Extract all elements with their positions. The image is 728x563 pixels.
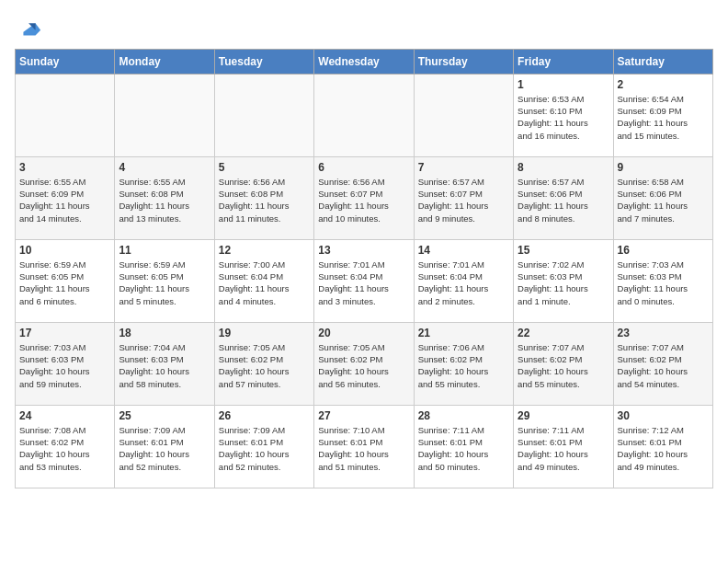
- day-cell: 12Sunrise: 7:00 AM Sunset: 6:04 PM Dayli…: [214, 239, 313, 322]
- day-info: Sunrise: 7:00 AM Sunset: 6:04 PM Dayligh…: [219, 259, 310, 307]
- day-cell: 19Sunrise: 7:05 AM Sunset: 6:02 PM Dayli…: [214, 322, 313, 405]
- day-number: 26: [219, 409, 310, 422]
- day-info: Sunrise: 6:57 AM Sunset: 6:07 PM Dayligh…: [418, 176, 509, 224]
- day-cell: 13Sunrise: 7:01 AM Sunset: 6:04 PM Dayli…: [314, 239, 414, 322]
- day-cell: 2Sunrise: 6:54 AM Sunset: 6:09 PM Daylig…: [613, 74, 712, 156]
- day-number: 1: [518, 78, 609, 91]
- day-number: 30: [618, 409, 709, 422]
- day-info: Sunrise: 6:54 AM Sunset: 6:09 PM Dayligh…: [618, 93, 709, 142]
- day-cell: 26Sunrise: 7:09 AM Sunset: 6:01 PM Dayli…: [214, 405, 313, 488]
- day-cell: 20Sunrise: 7:05 AM Sunset: 6:02 PM Dayli…: [314, 322, 414, 405]
- day-number: 5: [219, 161, 310, 174]
- day-info: Sunrise: 6:58 AM Sunset: 6:06 PM Dayligh…: [618, 176, 709, 224]
- day-number: 6: [318, 161, 409, 174]
- day-number: 12: [219, 244, 310, 257]
- day-number: 2: [618, 78, 709, 91]
- day-info: Sunrise: 7:03 AM Sunset: 6:03 PM Dayligh…: [618, 259, 709, 307]
- day-cell: 1Sunrise: 6:53 AM Sunset: 6:10 PM Daylig…: [514, 74, 613, 156]
- day-info: Sunrise: 7:12 AM Sunset: 6:01 PM Dayligh…: [618, 424, 709, 473]
- day-number: 19: [219, 327, 310, 339]
- day-info: Sunrise: 6:57 AM Sunset: 6:06 PM Dayligh…: [518, 176, 609, 224]
- day-info: Sunrise: 7:06 AM Sunset: 6:02 PM Dayligh…: [418, 341, 509, 390]
- day-number: 7: [418, 161, 509, 174]
- header-row: SundayMondayTuesdayWednesdayThursdayFrid…: [16, 49, 713, 74]
- logo-icon: [17, 15, 42, 40]
- day-cell: [16, 74, 115, 156]
- week-row-1: 1Sunrise: 6:53 AM Sunset: 6:10 PM Daylig…: [16, 74, 713, 156]
- day-number: 3: [19, 161, 110, 174]
- calendar-table: SundayMondayTuesdayWednesdayThursdayFrid…: [15, 49, 713, 488]
- week-row-4: 17Sunrise: 7:03 AM Sunset: 6:03 PM Dayli…: [16, 322, 713, 405]
- day-number: 17: [19, 327, 110, 339]
- day-number: 21: [418, 327, 509, 339]
- day-number: 13: [318, 244, 409, 257]
- day-info: Sunrise: 7:07 AM Sunset: 6:02 PM Dayligh…: [618, 341, 709, 390]
- day-info: Sunrise: 7:05 AM Sunset: 6:02 PM Dayligh…: [318, 341, 409, 390]
- day-cell: 18Sunrise: 7:04 AM Sunset: 6:03 PM Dayli…: [115, 322, 214, 405]
- day-cell: 17Sunrise: 7:03 AM Sunset: 6:03 PM Dayli…: [16, 322, 115, 405]
- day-cell: 7Sunrise: 6:57 AM Sunset: 6:07 PM Daylig…: [414, 156, 513, 239]
- day-cell: 4Sunrise: 6:55 AM Sunset: 6:08 PM Daylig…: [115, 156, 214, 239]
- day-cell: 16Sunrise: 7:03 AM Sunset: 6:03 PM Dayli…: [613, 239, 712, 322]
- day-number: 25: [119, 409, 210, 422]
- day-cell: 25Sunrise: 7:09 AM Sunset: 6:01 PM Dayli…: [115, 405, 214, 488]
- day-cell: 9Sunrise: 6:58 AM Sunset: 6:06 PM Daylig…: [613, 156, 712, 239]
- week-row-3: 10Sunrise: 6:59 AM Sunset: 6:05 PM Dayli…: [16, 239, 713, 322]
- day-cell: 27Sunrise: 7:10 AM Sunset: 6:01 PM Dayli…: [314, 405, 414, 488]
- day-number: 27: [318, 409, 409, 422]
- day-cell: 10Sunrise: 6:59 AM Sunset: 6:05 PM Dayli…: [16, 239, 115, 322]
- day-info: Sunrise: 7:01 AM Sunset: 6:04 PM Dayligh…: [418, 259, 509, 307]
- week-row-2: 3Sunrise: 6:55 AM Sunset: 6:09 PM Daylig…: [16, 156, 713, 239]
- day-number: 9: [618, 161, 709, 174]
- week-row-5: 24Sunrise: 7:08 AM Sunset: 6:02 PM Dayli…: [16, 405, 713, 488]
- day-info: Sunrise: 7:11 AM Sunset: 6:01 PM Dayligh…: [418, 424, 509, 473]
- day-info: Sunrise: 6:59 AM Sunset: 6:05 PM Dayligh…: [19, 259, 110, 307]
- day-info: Sunrise: 7:08 AM Sunset: 6:02 PM Dayligh…: [19, 424, 110, 473]
- day-cell: 24Sunrise: 7:08 AM Sunset: 6:02 PM Dayli…: [16, 405, 115, 488]
- day-info: Sunrise: 7:05 AM Sunset: 6:02 PM Dayligh…: [219, 341, 310, 390]
- col-header-thursday: Thursday: [414, 49, 513, 74]
- day-info: Sunrise: 6:56 AM Sunset: 6:07 PM Dayligh…: [318, 176, 409, 224]
- col-header-tuesday: Tuesday: [214, 49, 313, 74]
- day-number: 15: [518, 244, 609, 257]
- day-info: Sunrise: 7:03 AM Sunset: 6:03 PM Dayligh…: [19, 341, 110, 390]
- day-info: Sunrise: 6:55 AM Sunset: 6:08 PM Dayligh…: [119, 176, 210, 224]
- day-cell: 14Sunrise: 7:01 AM Sunset: 6:04 PM Dayli…: [414, 239, 513, 322]
- day-number: 18: [119, 327, 210, 339]
- day-number: 14: [418, 244, 509, 257]
- day-info: Sunrise: 7:02 AM Sunset: 6:03 PM Dayligh…: [518, 259, 609, 307]
- page-header: [15, 15, 713, 41]
- day-cell: 8Sunrise: 6:57 AM Sunset: 6:06 PM Daylig…: [514, 156, 613, 239]
- day-info: Sunrise: 6:55 AM Sunset: 6:09 PM Dayligh…: [19, 176, 110, 224]
- day-number: 16: [618, 244, 709, 257]
- col-header-sunday: Sunday: [16, 49, 115, 74]
- day-number: 20: [318, 327, 409, 339]
- col-header-friday: Friday: [514, 49, 613, 74]
- day-number: 10: [19, 244, 110, 257]
- day-number: 22: [518, 327, 609, 339]
- day-cell: 11Sunrise: 6:59 AM Sunset: 6:05 PM Dayli…: [115, 239, 214, 322]
- day-info: Sunrise: 7:07 AM Sunset: 6:02 PM Dayligh…: [518, 341, 609, 390]
- day-info: Sunrise: 7:11 AM Sunset: 6:01 PM Dayligh…: [518, 424, 609, 473]
- day-info: Sunrise: 7:10 AM Sunset: 6:01 PM Dayligh…: [318, 424, 409, 473]
- day-info: Sunrise: 7:04 AM Sunset: 6:03 PM Dayligh…: [119, 341, 210, 390]
- day-info: Sunrise: 6:53 AM Sunset: 6:10 PM Dayligh…: [518, 93, 609, 142]
- day-info: Sunrise: 7:09 AM Sunset: 6:01 PM Dayligh…: [119, 424, 210, 473]
- day-cell: 23Sunrise: 7:07 AM Sunset: 6:02 PM Dayli…: [613, 322, 712, 405]
- day-cell: [214, 74, 313, 156]
- day-cell: 5Sunrise: 6:56 AM Sunset: 6:08 PM Daylig…: [214, 156, 313, 239]
- day-info: Sunrise: 7:01 AM Sunset: 6:04 PM Dayligh…: [318, 259, 409, 307]
- day-number: 29: [518, 409, 609, 422]
- day-info: Sunrise: 6:59 AM Sunset: 6:05 PM Dayligh…: [119, 259, 210, 307]
- day-cell: 3Sunrise: 6:55 AM Sunset: 6:09 PM Daylig…: [16, 156, 115, 239]
- day-cell: [115, 74, 214, 156]
- day-cell: 28Sunrise: 7:11 AM Sunset: 6:01 PM Dayli…: [414, 405, 513, 488]
- logo-text: [15, 18, 42, 45]
- col-header-wednesday: Wednesday: [314, 49, 414, 74]
- day-cell: [314, 74, 414, 156]
- day-number: 28: [418, 409, 509, 422]
- col-header-saturday: Saturday: [613, 49, 712, 74]
- day-info: Sunrise: 6:56 AM Sunset: 6:08 PM Dayligh…: [219, 176, 310, 224]
- day-number: 23: [618, 327, 709, 339]
- day-cell: 6Sunrise: 6:56 AM Sunset: 6:07 PM Daylig…: [314, 156, 414, 239]
